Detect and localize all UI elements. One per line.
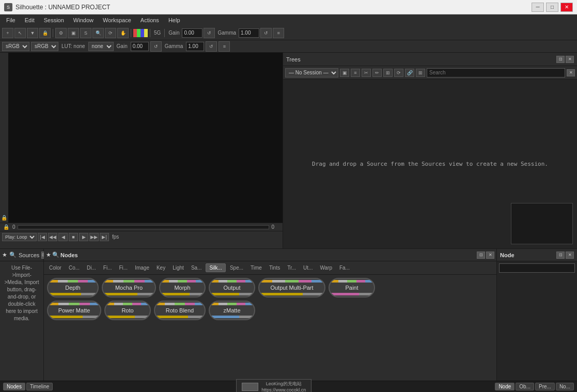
nodes-content: Depth Moc (44, 275, 496, 381)
tb-search-btn[interactable]: 🔍 (92, 28, 104, 38)
tb-lock-btn[interactable]: 🔒 (39, 28, 51, 38)
menu-window[interactable]: Window (69, 16, 98, 24)
play-frame-back-btn[interactable]: ◀◀ (48, 233, 57, 241)
main-toolbar: + ↖ ▼ 🔒 ⚙ ▣ S 🔍 ⟳ ✋ 5G Gain ↺ Gamma ↺ ≡ (0, 26, 577, 40)
colorspace2-select[interactable]: sRGB (31, 42, 58, 51)
color-swatch[interactable] (133, 29, 148, 37)
tab-spe[interactable]: Spe... (227, 264, 246, 272)
right-close-btn[interactable]: ✕ (566, 252, 574, 259)
trees-search-input[interactable] (427, 68, 565, 77)
trees-close-btn[interactable]: ✕ (566, 56, 574, 63)
node-morph[interactable]: Morph (159, 278, 206, 297)
node-output[interactable]: Output (209, 278, 255, 297)
tb-arrow2-btn[interactable]: ⟳ (105, 28, 116, 38)
trees-tool2-btn[interactable]: ✏ (372, 69, 382, 77)
node-depth[interactable]: Depth (47, 278, 99, 297)
minimize-button[interactable]: ─ (532, 3, 544, 12)
play-frame-fwd-btn[interactable]: ▶▶ (89, 233, 99, 241)
node-mocha-pro[interactable]: Mocha Pro (102, 278, 156, 297)
node-roto-blend[interactable]: Roto Blend (154, 301, 206, 320)
scrubber-track[interactable] (18, 225, 270, 229)
right-search-input[interactable] (499, 263, 575, 273)
tab-node-right[interactable]: Node (495, 383, 514, 390)
tab-sa[interactable]: Sa... (188, 264, 205, 272)
tb-add-btn[interactable]: + (2, 28, 13, 38)
play-stop-btn[interactable]: ■ (69, 233, 78, 241)
trees-search-clear-btn[interactable]: ✕ (567, 69, 575, 76)
menu-session[interactable]: Session (40, 16, 68, 24)
play-step-back-btn[interactable]: |◀ (38, 233, 47, 241)
tb-monitor-btn[interactable]: ▣ (68, 28, 79, 38)
trees-view-btn[interactable]: ▣ (340, 69, 349, 77)
tab-silk[interactable]: Silk... (206, 263, 225, 272)
tb-hand-btn[interactable]: ✋ (117, 28, 129, 38)
gamma-input2[interactable] (186, 42, 204, 51)
play-back-btn[interactable]: ◀ (58, 233, 68, 241)
play-step-fwd-btn[interactable]: ▶| (100, 233, 109, 241)
tb-arrow-btn[interactable]: ▼ (27, 28, 38, 38)
tab-light[interactable]: Light (169, 264, 187, 272)
session-select[interactable]: — No Session — (285, 68, 338, 77)
tab-no-right[interactable]: No... (556, 383, 574, 390)
trees-tool1-btn[interactable]: ✂ (362, 69, 371, 77)
play-fwd-btn[interactable]: ▶ (79, 233, 88, 241)
trees-tool4-btn[interactable]: ⟳ (394, 69, 403, 77)
watermark-line2: https://www.cocokl.cn (261, 387, 306, 392)
tab-timeline-bottom[interactable]: Timeline (26, 383, 53, 390)
menu-workspace[interactable]: Workspace (99, 16, 135, 24)
tab-ob-right[interactable]: Ob... (516, 383, 534, 390)
trees-tool3-btn[interactable]: ⊞ (383, 69, 393, 77)
node-output-multi-part[interactable]: Output Multi-Part (258, 278, 325, 297)
tab-warp[interactable]: Warp (317, 264, 335, 272)
tab-fi1[interactable]: Fi... (100, 264, 115, 272)
maximize-button[interactable]: □ (546, 3, 558, 12)
right-popout-btn[interactable]: ⊡ (556, 252, 565, 259)
trees-tool6-btn[interactable]: ⊞ (416, 69, 425, 77)
viewer-canvas[interactable] (8, 53, 283, 223)
tab-nodes-bottom[interactable]: Nodes (3, 383, 25, 390)
tab-color[interactable]: Color (46, 264, 65, 272)
tab-fa[interactable]: Fa... (336, 264, 353, 272)
play-mode-select[interactable]: Play: Loop (2, 233, 37, 241)
tab-key[interactable]: Key (153, 264, 168, 272)
tab-time[interactable]: Time (247, 264, 265, 272)
node-zmatte[interactable]: zMatte (209, 301, 255, 320)
sources-content[interactable]: Use File->Import->Media, Import button, … (0, 261, 43, 381)
node-roto[interactable]: Roto (104, 301, 151, 320)
tab-fi2[interactable]: Fi... (116, 264, 131, 272)
tab-pre-right[interactable]: Pre... (535, 383, 555, 390)
tb-viewer-extra[interactable]: ≡ (219, 41, 230, 52)
nodes-close-btn[interactable]: ✕ (486, 252, 494, 259)
tb-cursor-btn[interactable]: ↖ (14, 28, 26, 38)
gain-input2[interactable] (131, 42, 149, 51)
menu-file[interactable]: File (2, 16, 20, 24)
gamma-reset-btn2[interactable]: ↺ (206, 41, 217, 52)
nodes-popout-btn[interactable]: ⊡ (477, 252, 485, 259)
gain-reset-btn2[interactable]: ↺ (150, 41, 162, 52)
colorspace1-select[interactable]: sRGB (2, 42, 29, 51)
tab-tr[interactable]: Tr... (284, 264, 299, 272)
lut-select[interactable]: none (88, 42, 114, 51)
trees-tool5-btn[interactable]: 🔗 (405, 69, 414, 77)
menu-help[interactable]: Help (164, 16, 184, 24)
close-button[interactable]: ✕ (560, 3, 573, 12)
trees-popout-btn[interactable]: ⊡ (556, 56, 565, 63)
gain-input[interactable] (182, 28, 202, 38)
tb-s-btn[interactable]: S (80, 28, 91, 38)
node-power-matte[interactable]: Power Matte (47, 301, 101, 320)
tb-extra-btn[interactable]: ≡ (273, 28, 284, 38)
trees-list-btn[interactable]: ≡ (351, 69, 360, 77)
gamma-input[interactable] (239, 28, 259, 38)
node-paint[interactable]: Paint (329, 278, 375, 297)
tab-image[interactable]: Image (132, 264, 152, 272)
menu-actions[interactable]: Actions (136, 16, 163, 24)
gamma-reset-btn[interactable]: ↺ (260, 28, 272, 38)
tab-ut[interactable]: Ut... (300, 264, 316, 272)
tab-di[interactable]: Di... (84, 264, 99, 272)
node-paint-strip-bottom (330, 293, 374, 295)
tab-tints[interactable]: Tints (266, 264, 283, 272)
menu-edit[interactable]: Edit (21, 16, 39, 24)
tab-co[interactable]: Co... (66, 264, 83, 272)
gain-reset-btn[interactable]: ↺ (204, 28, 215, 38)
tb-gear-btn[interactable]: ⚙ (55, 28, 67, 38)
